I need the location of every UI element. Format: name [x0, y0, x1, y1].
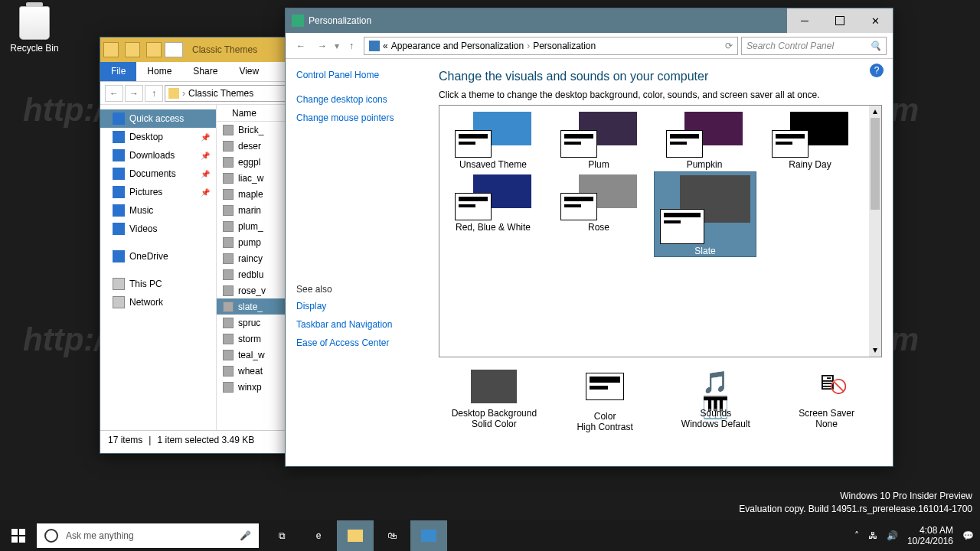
crumb-1[interactable]: Appearance and Personalization [391, 41, 524, 51]
notifications-icon[interactable]: 💬 [962, 530, 974, 541]
display-link[interactable]: Display [296, 301, 428, 311]
file-icon [223, 253, 234, 264]
file-icon [223, 318, 234, 328]
volume-icon[interactable]: 🔊 [887, 530, 898, 541]
theme-item[interactable]: Pumpkin [654, 109, 755, 170]
search-input[interactable]: Search Control Panel 🔍 [741, 37, 887, 55]
network-icon[interactable]: 🖧 [868, 530, 877, 541]
file-icon [223, 302, 234, 312]
tab-file[interactable]: File [100, 62, 136, 81]
back-button[interactable]: ← [105, 85, 123, 102]
tab-home[interactable]: Home [136, 62, 182, 81]
tray-chevron-icon[interactable]: ˄ [854, 530, 859, 541]
sidebar-icon [113, 223, 125, 235]
sidebar-item[interactable]: Quick access [100, 109, 216, 128]
breadcrumb[interactable]: « Appearance and Personalization › Perso… [364, 37, 738, 55]
sidebar-item[interactable]: Pictures📌 [100, 183, 216, 201]
file-icon [223, 366, 234, 377]
page-hint: Click a theme to change the desktop back… [439, 90, 882, 100]
setting-screen-saver[interactable]: 🖥🚫Screen SaverNone [781, 370, 873, 432]
ease-of-access-link[interactable]: Ease of Access Center [296, 337, 428, 348]
theme-item[interactable]: Rainy Day [760, 109, 861, 170]
sidebar-item[interactable]: Videos [100, 220, 216, 238]
setting-color[interactable]: ColorHigh Contrast [559, 370, 651, 432]
theme-item[interactable]: Rose [548, 171, 649, 257]
back-button[interactable]: ← [292, 37, 310, 55]
taskbar-edge[interactable]: e [300, 520, 337, 551]
file-icon [223, 221, 234, 232]
sidebar-item[interactable]: Music [100, 201, 216, 220]
sidebar-icon [113, 168, 125, 180]
file-icon [223, 285, 234, 296]
sidebar-icon [113, 131, 125, 143]
file-icon [223, 173, 234, 184]
taskbar-control-panel[interactable] [410, 520, 447, 551]
sidebar-icon [113, 112, 125, 125]
forward-button[interactable]: → [313, 37, 332, 55]
file-icon [223, 125, 234, 135]
quick-dropdown[interactable] [165, 42, 183, 57]
crumb-2[interactable]: Personalization [533, 41, 596, 51]
sidebar-item[interactable]: Network [100, 293, 216, 311]
up-button[interactable]: ↑ [145, 85, 163, 102]
quick-icon[interactable] [125, 42, 140, 57]
cortana-search[interactable]: Ask me anything 🎤 [37, 523, 259, 548]
main-panel: Change the visuals and sounds on your co… [439, 59, 893, 465]
recycle-bin[interactable]: Recycle Bin [8, 6, 61, 54]
clock[interactable]: 4:08 AM 10/24/2016 [907, 525, 953, 547]
sidebar-icon [113, 149, 125, 161]
forward-button[interactable]: → [125, 85, 143, 102]
taskbar-navigation-link[interactable]: Taskbar and Navigation [296, 319, 428, 330]
file-icon [223, 382, 234, 393]
theme-settings-row: Desktop BackgroundSolid ColorColorHigh C… [439, 357, 882, 432]
start-button[interactable] [0, 520, 37, 551]
theme-item[interactable]: Unsaved Theme [443, 109, 544, 170]
file-icon [223, 189, 234, 200]
minimize-button[interactable] [787, 8, 822, 33]
change-desktop-icons-link[interactable]: Change desktop icons [296, 94, 428, 105]
scrollbar[interactable]: ▴ ▾ [869, 106, 881, 357]
setting-sounds[interactable]: 🎵🎹SoundsWindows Default [670, 370, 762, 432]
taskbar-explorer[interactable] [337, 520, 374, 551]
change-mouse-pointers-link[interactable]: Change mouse pointers [296, 112, 428, 123]
status-selection: 1 item selected 3.49 KB [157, 435, 254, 445]
window-title: Personalization [309, 15, 371, 26]
system-tray[interactable]: ˄ 🖧 🔊 4:08 AM 10/24/2016 💬 [854, 525, 980, 547]
cortana-icon [44, 529, 58, 543]
theme-grid: Unsaved ThemePlumPumpkinRainy DayRed, Bl… [439, 105, 882, 357]
titlebar[interactable]: Personalization [286, 8, 893, 33]
file-icon [223, 269, 234, 280]
maximize-button[interactable] [822, 8, 858, 33]
windows-icon [11, 529, 25, 543]
close-button[interactable] [858, 8, 893, 33]
address-bar: ← → ▾ ↑ « Appearance and Personalization… [286, 33, 893, 59]
recycle-bin-icon [19, 6, 50, 40]
sidebar-item[interactable]: OneDrive [100, 247, 216, 266]
theme-item[interactable]: Plum [548, 109, 649, 170]
file-icon [223, 237, 234, 248]
sidebar-item[interactable]: Desktop📌 [100, 128, 216, 146]
up-button[interactable]: ↑ [342, 37, 361, 55]
sidebar-item[interactable]: Downloads📌 [100, 146, 216, 165]
taskbar-store[interactable]: 🛍 [374, 520, 410, 551]
window-icon [292, 15, 304, 27]
tab-share[interactable]: Share [182, 62, 228, 81]
file-icon [223, 141, 234, 152]
theme-item[interactable]: Slate [654, 171, 756, 257]
sidebar-item[interactable]: This PC [100, 275, 216, 293]
sidebar-item[interactable]: Documents📌 [100, 165, 216, 183]
task-view-button[interactable]: ⧉ [263, 520, 300, 551]
control-panel-icon [369, 41, 380, 51]
see-also-label: See also [296, 284, 428, 295]
sidebar-icon [113, 204, 125, 217]
setting-desktop-background[interactable]: Desktop BackgroundSolid Color [448, 370, 540, 432]
help-icon[interactable]: ? [870, 64, 884, 77]
theme-item[interactable]: Red, Blue & White [443, 171, 544, 257]
explorer-title: Classic Themes [192, 44, 257, 55]
recycle-bin-label: Recycle Bin [8, 43, 61, 54]
tab-view[interactable]: View [228, 62, 270, 81]
quick-icon[interactable] [146, 42, 162, 57]
breadcrumb-text: Classic Themes [188, 88, 253, 99]
folder-icon [168, 88, 179, 99]
control-panel-home-link[interactable]: Control Panel Home [296, 70, 428, 80]
